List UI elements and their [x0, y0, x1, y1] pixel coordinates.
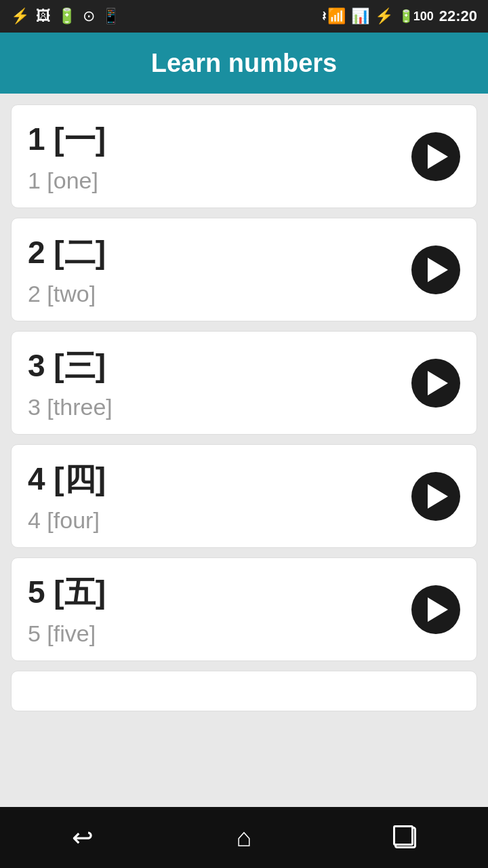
bottom-nav: ↩ ⌂ — [0, 807, 488, 868]
status-bar-left: ⚡ 🖼 🔋 ⊙ 📱 — [11, 7, 120, 25]
play-button-3[interactable] — [411, 359, 460, 408]
card-primary-1: 1 [一] — [28, 119, 106, 161]
number-card-5: 5 [五]5 [five] — [11, 557, 477, 661]
play-button-1[interactable] — [411, 132, 460, 181]
card-text-2: 2 [二]2 [two] — [28, 232, 106, 307]
battery-icon: 🔋 — [58, 7, 76, 25]
home-icon: ⌂ — [237, 823, 252, 852]
card-primary-5: 5 [五] — [28, 572, 106, 614]
app-header: Learn numbers — [0, 33, 488, 94]
usb-icon: ⚡ — [11, 7, 29, 25]
card-primary-2: 2 [二] — [28, 232, 106, 274]
page-title: Learn numbers — [151, 49, 338, 78]
card-secondary-5: 5 [five] — [28, 620, 106, 647]
battery-full-icon: 🔋100 — [399, 9, 434, 24]
play-button-5[interactable] — [411, 585, 460, 634]
card-primary-4: 4 [四] — [28, 458, 106, 500]
recents-icon — [394, 827, 416, 848]
content-area: 1 [一]1 [one]2 [二]2 [two]3 [三]3 [three]4 … — [0, 94, 488, 807]
card-text-1: 1 [一]1 [one] — [28, 119, 106, 194]
home-button[interactable]: ⌂ — [216, 816, 272, 859]
signal-icon: 📊 — [351, 7, 369, 25]
cards-list: 1 [一]1 [one]2 [二]2 [two]3 [三]3 [three]4 … — [11, 104, 477, 661]
charge-icon: ⚡ — [375, 7, 393, 25]
card-primary-3: 3 [三] — [28, 345, 113, 387]
card-secondary-2: 2 [two] — [28, 281, 106, 307]
screen-icon: 📱 — [102, 7, 120, 25]
card-secondary-3: 3 [three] — [28, 394, 113, 420]
number-card-2: 2 [二]2 [two] — [11, 218, 477, 321]
back-icon: ↩ — [72, 823, 94, 852]
card-text-3: 3 [三]3 [three] — [28, 345, 113, 420]
wifi-icon: 📶 — [327, 7, 346, 25]
play-icon-5 — [428, 597, 448, 622]
play-button-4[interactable] — [411, 472, 460, 521]
status-bar: ⚡ 🖼 🔋 ⊙ 📱 𝄽 📶 📊 ⚡ 🔋100 22:20 — [0, 0, 488, 33]
circle-icon: ⊙ — [83, 7, 95, 25]
back-button[interactable]: ↩ — [52, 816, 114, 859]
number-card-4: 4 [四]4 [four] — [11, 444, 477, 548]
play-icon-4 — [428, 484, 448, 509]
play-button-2[interactable] — [411, 245, 460, 294]
card-secondary-4: 4 [four] — [28, 507, 106, 534]
play-icon-1 — [428, 144, 448, 169]
number-card-3: 3 [三]3 [three] — [11, 331, 477, 435]
card-secondary-1: 1 [one] — [28, 167, 106, 194]
card-text-5: 5 [五]5 [five] — [28, 572, 106, 647]
partial-card — [11, 671, 477, 711]
play-icon-2 — [428, 258, 448, 282]
photo-icon: 🖼 — [36, 7, 51, 25]
number-card-1: 1 [一]1 [one] — [11, 104, 477, 208]
recents-button[interactable] — [374, 820, 436, 855]
clock: 22:20 — [439, 7, 477, 25]
status-bar-right: 𝄽 📶 📊 ⚡ 🔋100 22:20 — [322, 7, 477, 25]
play-icon-3 — [428, 371, 448, 395]
card-text-4: 4 [四]4 [four] — [28, 458, 106, 534]
